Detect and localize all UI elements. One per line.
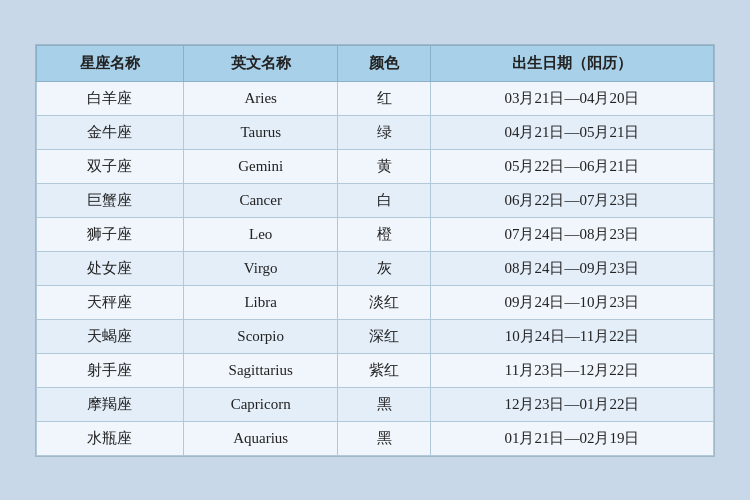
cell-0-1: Aries xyxy=(183,81,338,115)
table-row: 处女座Virgo灰08月24日—09月23日 xyxy=(37,251,714,285)
zodiac-table-container: 星座名称 英文名称 颜色 出生日期（阳历） 白羊座Aries红03月21日—04… xyxy=(35,44,715,457)
cell-4-3: 07月24日—08月23日 xyxy=(430,217,713,251)
cell-5-2: 灰 xyxy=(338,251,431,285)
cell-0-2: 红 xyxy=(338,81,431,115)
cell-2-1: Gemini xyxy=(183,149,338,183)
cell-7-2: 深红 xyxy=(338,319,431,353)
table-row: 金牛座Taurus绿04月21日—05月21日 xyxy=(37,115,714,149)
cell-9-2: 黑 xyxy=(338,387,431,421)
cell-3-0: 巨蟹座 xyxy=(37,183,184,217)
cell-5-3: 08月24日—09月23日 xyxy=(430,251,713,285)
cell-1-2: 绿 xyxy=(338,115,431,149)
cell-3-1: Cancer xyxy=(183,183,338,217)
header-english-name: 英文名称 xyxy=(183,45,338,81)
table-row: 狮子座Leo橙07月24日—08月23日 xyxy=(37,217,714,251)
cell-5-1: Virgo xyxy=(183,251,338,285)
cell-9-0: 摩羯座 xyxy=(37,387,184,421)
cell-4-0: 狮子座 xyxy=(37,217,184,251)
cell-4-1: Leo xyxy=(183,217,338,251)
cell-6-3: 09月24日—10月23日 xyxy=(430,285,713,319)
table-row: 天蝎座Scorpio深红10月24日—11月22日 xyxy=(37,319,714,353)
cell-5-0: 处女座 xyxy=(37,251,184,285)
cell-1-0: 金牛座 xyxy=(37,115,184,149)
cell-7-0: 天蝎座 xyxy=(37,319,184,353)
cell-4-2: 橙 xyxy=(338,217,431,251)
cell-8-2: 紫红 xyxy=(338,353,431,387)
cell-8-1: Sagittarius xyxy=(183,353,338,387)
cell-3-2: 白 xyxy=(338,183,431,217)
cell-9-1: Capricorn xyxy=(183,387,338,421)
cell-3-3: 06月22日—07月23日 xyxy=(430,183,713,217)
cell-10-0: 水瓶座 xyxy=(37,421,184,455)
cell-2-0: 双子座 xyxy=(37,149,184,183)
cell-10-2: 黑 xyxy=(338,421,431,455)
cell-2-3: 05月22日—06月21日 xyxy=(430,149,713,183)
cell-2-2: 黄 xyxy=(338,149,431,183)
cell-0-3: 03月21日—04月20日 xyxy=(430,81,713,115)
cell-8-0: 射手座 xyxy=(37,353,184,387)
table-row: 水瓶座Aquarius黑01月21日—02月19日 xyxy=(37,421,714,455)
cell-10-1: Aquarius xyxy=(183,421,338,455)
cell-1-1: Taurus xyxy=(183,115,338,149)
table-row: 巨蟹座Cancer白06月22日—07月23日 xyxy=(37,183,714,217)
table-row: 白羊座Aries红03月21日—04月20日 xyxy=(37,81,714,115)
cell-6-0: 天秤座 xyxy=(37,285,184,319)
table-row: 射手座Sagittarius紫红11月23日—12月22日 xyxy=(37,353,714,387)
cell-7-1: Scorpio xyxy=(183,319,338,353)
cell-0-0: 白羊座 xyxy=(37,81,184,115)
table-row: 天秤座Libra淡红09月24日—10月23日 xyxy=(37,285,714,319)
cell-8-3: 11月23日—12月22日 xyxy=(430,353,713,387)
header-color: 颜色 xyxy=(338,45,431,81)
table-row: 双子座Gemini黄05月22日—06月21日 xyxy=(37,149,714,183)
header-birth-date: 出生日期（阳历） xyxy=(430,45,713,81)
zodiac-table: 星座名称 英文名称 颜色 出生日期（阳历） 白羊座Aries红03月21日—04… xyxy=(36,45,714,456)
table-row: 摩羯座Capricorn黑12月23日—01月22日 xyxy=(37,387,714,421)
cell-9-3: 12月23日—01月22日 xyxy=(430,387,713,421)
cell-1-3: 04月21日—05月21日 xyxy=(430,115,713,149)
cell-6-1: Libra xyxy=(183,285,338,319)
table-header-row: 星座名称 英文名称 颜色 出生日期（阳历） xyxy=(37,45,714,81)
header-chinese-name: 星座名称 xyxy=(37,45,184,81)
cell-6-2: 淡红 xyxy=(338,285,431,319)
cell-10-3: 01月21日—02月19日 xyxy=(430,421,713,455)
cell-7-3: 10月24日—11月22日 xyxy=(430,319,713,353)
